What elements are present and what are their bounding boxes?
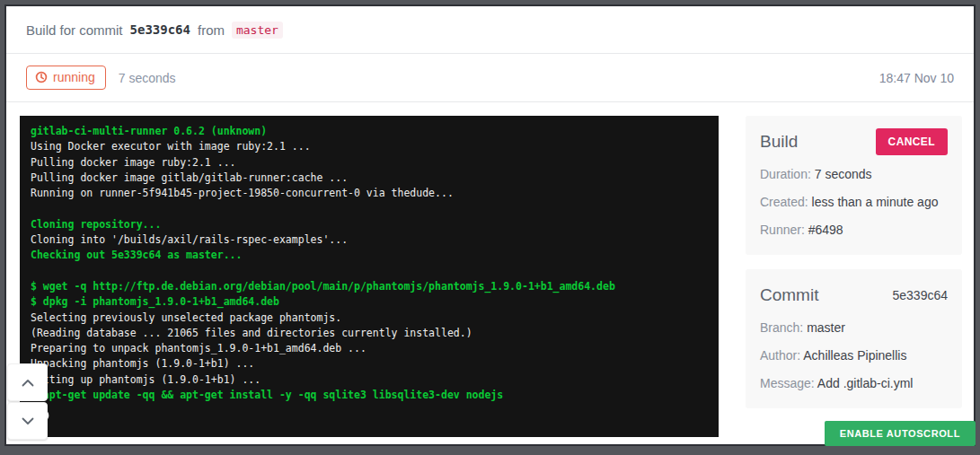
terminal-line: $ apt-get update -qq && apt-get install … [31, 388, 708, 403]
build-page: Build for commit 5e339c64 from master ru… [4, 4, 976, 446]
terminal-line: $ wget -q http://ftp.de.debian.org/debia… [31, 279, 708, 294]
info-row: Message: Add .gitlab-ci.yml [760, 375, 948, 392]
chevron-down-icon [22, 415, 34, 428]
info-row: Created: less than a minute ago [760, 194, 948, 211]
status-timestamp: 18:47 Nov 10 [879, 71, 954, 85]
terminal-line: (Reading database ... 21065 files and di… [31, 326, 708, 341]
build-panel: Build CANCEL Duration: 7 secondsCreated:… [746, 116, 962, 255]
info-label: Duration: [760, 167, 815, 181]
build-panel-header: Build CANCEL [760, 128, 948, 155]
sidebar: Build CANCEL Duration: 7 secondsCreated:… [746, 116, 962, 408]
scroll-to-bottom-button[interactable] [7, 402, 48, 440]
terminal-line [31, 264, 708, 279]
content-area: gitlab-ci-multi-runner 0.6.2 (unknown)Us… [6, 102, 974, 437]
scroll-to-top-button[interactable] [7, 363, 48, 401]
page-header: Build for commit 5e339c64 from master [6, 6, 974, 54]
chevron-up-icon [22, 376, 34, 389]
terminal-line: Pulling docker image gitlab/gitlab-runne… [31, 171, 708, 186]
terminal-line [31, 201, 708, 216]
terminal-line: Running on runner-5f941b45-project-19850… [31, 186, 708, 201]
terminal-line: Unpacking phantomjs (1.9.0-1+b1) ... [31, 356, 708, 372]
header-from-label: from [198, 22, 225, 38]
info-row: Duration: 7 seconds [760, 166, 948, 183]
terminal-line: $ dpkg -i phantomjs_1.9.0-1+b1_amd64.deb [31, 294, 708, 310]
terminal-line: Using Docker executor with image ruby:2.… [31, 139, 708, 154]
info-label: Runner: [760, 223, 808, 237]
info-value: Achilleas Pipinellis [803, 348, 906, 363]
commit-panel: Commit 5e339c64 Branch: masterAuthor: Ac… [746, 269, 962, 408]
build-info-rows: Duration: 7 secondsCreated: less than a … [760, 166, 948, 239]
window-frame: Build for commit 5e339c64 from master ru… [0, 0, 980, 455]
status-elapsed: 7 seconds [119, 71, 176, 85]
terminal-line: Checking out 5e339c64 as master... [31, 248, 708, 263]
status-bar: running 7 seconds 18:47 Nov 10 [6, 54, 974, 102]
commit-sha-link[interactable]: 5e339c64 [130, 22, 190, 37]
info-value: 7 seconds [815, 167, 872, 181]
commit-panel-header: Commit 5e339c64 [760, 282, 948, 309]
info-label: Message: [760, 376, 817, 390]
terminal-line: Cloning repository... [31, 217, 708, 232]
info-value: less than a minute ago [812, 195, 939, 209]
terminal-line: Preparing to unpack phantomjs_1.9.0-1+b1… [31, 341, 708, 356]
info-row: Author: Achilleas Pipinellis [760, 347, 948, 364]
refresh-spinner-icon [32, 406, 708, 430]
commit-panel-sha[interactable]: 5e339c64 [892, 288, 948, 302]
info-label: Branch: [760, 320, 807, 335]
commit-info-rows: Branch: masterAuthor: Achilleas Pipinell… [760, 319, 948, 392]
branch-ref-link[interactable]: master [232, 22, 283, 39]
info-value: Add .gitlab-ci.yml [817, 376, 914, 390]
terminal-line: Cloning into '/builds/axil/rails-rspec-e… [31, 232, 708, 248]
info-row: Runner: #6498 [760, 222, 948, 239]
terminal-line: gitlab-ci-multi-runner 0.6.2 (unknown) [31, 124, 708, 139]
clock-icon [35, 71, 48, 83]
terminal-line: Selecting previously unselected package … [31, 311, 708, 326]
terminal-line: Pulling docker image ruby:2.1 ... [31, 155, 708, 171]
build-panel-title: Build [760, 132, 798, 152]
terminal-line: Setting up phantomjs (1.9.0-1+b1) ... [31, 372, 708, 388]
info-value: master [807, 320, 845, 335]
info-label: Author: [760, 348, 803, 363]
status-badge: running [26, 66, 106, 90]
status-label: running [53, 70, 95, 84]
info-value: #6498 [808, 223, 843, 237]
enable-autoscroll-button[interactable]: ENABLE AUTOSCROLL [825, 421, 976, 446]
terminal-output: gitlab-ci-multi-runner 0.6.2 (unknown)Us… [31, 124, 708, 403]
commit-panel-title: Commit [760, 285, 818, 305]
cancel-button[interactable]: CANCEL [876, 128, 948, 155]
info-label: Created: [760, 195, 812, 209]
header-prefix: Build for commit [26, 22, 123, 38]
build-trace-terminal[interactable]: gitlab-ci-multi-runner 0.6.2 (unknown)Us… [20, 116, 719, 437]
info-row: Branch: master [760, 319, 948, 337]
